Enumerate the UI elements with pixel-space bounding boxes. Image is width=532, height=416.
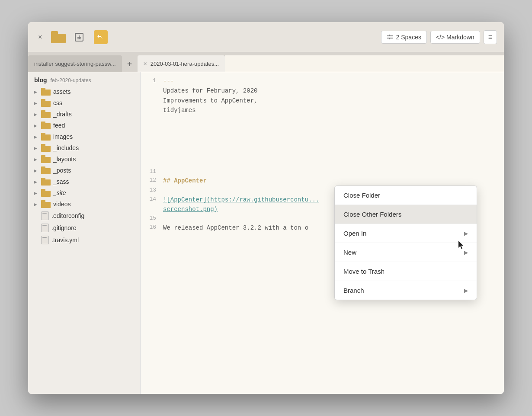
- tree-arrow-sass: ▶: [32, 179, 38, 185]
- tab-inactive-label: installer suggest-storing-passw...: [34, 61, 116, 67]
- spaces-label: 2 Spaces: [396, 34, 421, 41]
- app-window: ×: [28, 22, 504, 394]
- menu-item-new[interactable]: New ▶: [335, 243, 477, 262]
- tree-label-gitignore: .gitignore: [51, 224, 77, 231]
- tree-item-sass[interactable]: ▶ _sass: [28, 176, 140, 187]
- tree-item-css[interactable]: ▶ css: [28, 97, 140, 109]
- tree-label-feed: feed: [53, 122, 65, 129]
- tree-item-videos[interactable]: ▶ videos: [28, 198, 140, 210]
- folder-icon-images: [41, 133, 51, 141]
- tree-item-images[interactable]: ▶ images: [28, 131, 140, 142]
- menu-item-close-other-folders[interactable]: Close Other Folders: [335, 205, 477, 224]
- spaces-icon: [387, 34, 394, 41]
- tab-active[interactable]: × 2020-03-01-hera-updates...: [138, 55, 225, 72]
- tree-label-css: css: [53, 99, 62, 106]
- language-label: </> Markdown: [436, 34, 474, 41]
- file-icon-travis: [41, 236, 49, 244]
- tree-arrow-layouts: ▶: [32, 156, 38, 162]
- title-bar: ×: [28, 22, 504, 52]
- branch-name: feb-2020-updates: [51, 77, 91, 83]
- sidebar: blog feb-2020-updates ▶ assets ▶ css ▶ _…: [28, 72, 141, 394]
- menu-item-open-in[interactable]: Open In ▶: [335, 224, 477, 243]
- undo-icon: [94, 30, 108, 44]
- tab-close-icon[interactable]: ×: [144, 60, 147, 67]
- menu-item-branch-label: Branch: [343, 287, 364, 294]
- folder-icon-drafts: [41, 110, 51, 118]
- tree-item-layouts[interactable]: ▶ _layouts: [28, 154, 140, 165]
- tab-right-fill: [225, 55, 504, 72]
- language-button[interactable]: </> Markdown: [430, 31, 480, 44]
- folder-icon-sass: [41, 178, 51, 186]
- tab-active-label: 2020-03-01-hera-updates...: [151, 61, 219, 67]
- tree-arrow-posts: ▶: [32, 167, 38, 173]
- hamburger-icon: ≡: [488, 33, 492, 41]
- close-button[interactable]: ×: [35, 32, 45, 42]
- tab-bar: installer suggest-storing-passw... + × 2…: [28, 52, 504, 72]
- tree-label-videos: videos: [53, 201, 71, 208]
- new-arrow-icon: ▶: [464, 250, 468, 256]
- tree-item-gitignore[interactable]: .gitignore: [28, 222, 140, 234]
- tab-add-icon: +: [127, 59, 132, 69]
- tree-item-feed[interactable]: ▶ feed: [28, 120, 140, 131]
- tree-item-site[interactable]: ▶ _site: [28, 187, 140, 198]
- folder-icon-site: [41, 189, 51, 197]
- menu-item-close-other-folders-label: Close Other Folders: [343, 211, 401, 218]
- tab-add-button[interactable]: +: [122, 56, 138, 72]
- tree-item-travis[interactable]: .travis.yml: [28, 234, 140, 246]
- tree-label-includes: _includes: [53, 144, 79, 151]
- tree-label-posts: _posts: [53, 167, 71, 174]
- tree-label-travis: .travis.yml: [51, 237, 79, 243]
- tree-arrow-videos: ▶: [32, 201, 38, 207]
- folder-icon-layouts: [41, 155, 51, 163]
- tree-label-layouts: _layouts: [53, 156, 76, 163]
- tree-item-posts[interactable]: ▶ _posts: [28, 165, 140, 176]
- folder-icon-assets: [41, 88, 51, 96]
- tree-arrow-drafts: ▶: [32, 111, 38, 117]
- folder-icon-posts: [41, 166, 51, 174]
- title-bar-right: 2 Spaces </> Markdown ≡: [381, 30, 497, 44]
- folder-icon: [51, 29, 66, 45]
- menu-item-branch[interactable]: Branch ▶: [335, 281, 477, 300]
- tree-label-sass: _sass: [53, 178, 69, 185]
- menu-item-move-to-trash[interactable]: Move to Trash: [335, 262, 477, 281]
- folder-large-icon: [51, 31, 66, 43]
- folder-icon-includes: [41, 144, 51, 152]
- spaces-button[interactable]: 2 Spaces: [381, 31, 427, 44]
- main-content: blog feb-2020-updates ▶ assets ▶ css ▶ _…: [28, 72, 504, 394]
- tree-arrow-css: ▶: [32, 100, 38, 106]
- tree-arrow-images: ▶: [32, 134, 38, 140]
- menu-item-open-in-label: Open In: [343, 230, 366, 237]
- context-menu: Close Folder Close Other Folders Open In…: [334, 186, 477, 300]
- menu-item-close-folder[interactable]: Close Folder: [335, 186, 477, 205]
- svg-rect-7: [389, 38, 390, 39]
- svg-rect-5: [387, 38, 393, 38]
- project-name: blog: [34, 77, 47, 83]
- tree-label-editorconfig: .editorconfig: [51, 212, 84, 219]
- undo-button[interactable]: [92, 29, 109, 46]
- folder-icon-feed: [41, 122, 51, 129]
- tree-arrow-feed: ▶: [32, 122, 38, 128]
- tree-item-assets[interactable]: ▶ assets: [28, 86, 140, 97]
- tree-item-includes[interactable]: ▶ _includes: [28, 142, 140, 154]
- download-icon[interactable]: [71, 29, 87, 45]
- tab-inactive[interactable]: installer suggest-storing-passw...: [28, 55, 122, 72]
- menu-button[interactable]: ≡: [484, 30, 497, 44]
- folder-icon-css: [41, 99, 51, 107]
- tree-item-drafts[interactable]: ▶ _drafts: [28, 109, 140, 120]
- branch-arrow-icon: ▶: [464, 288, 468, 294]
- file-icon-editorconfig: [41, 211, 49, 220]
- editor-area: 1 --- Updates for February, 2020 Improve…: [141, 72, 504, 394]
- tree-arrow-assets: ▶: [32, 89, 38, 95]
- tree-label-site: _site: [53, 189, 66, 196]
- tree-label-images: images: [53, 133, 73, 140]
- tree-item-editorconfig[interactable]: .editorconfig: [28, 210, 140, 222]
- tree-label-drafts: _drafts: [53, 111, 72, 118]
- svg-rect-6: [389, 35, 390, 35]
- file-icon-gitignore: [41, 224, 49, 232]
- menu-item-new-label: New: [343, 249, 356, 256]
- open-in-arrow-icon: ▶: [464, 230, 468, 237]
- tree-arrow-site: ▶: [32, 190, 38, 196]
- menu-item-close-folder-label: Close Folder: [343, 192, 380, 199]
- tree-arrow-includes: ▶: [32, 145, 38, 151]
- folder-icon-videos: [41, 200, 51, 208]
